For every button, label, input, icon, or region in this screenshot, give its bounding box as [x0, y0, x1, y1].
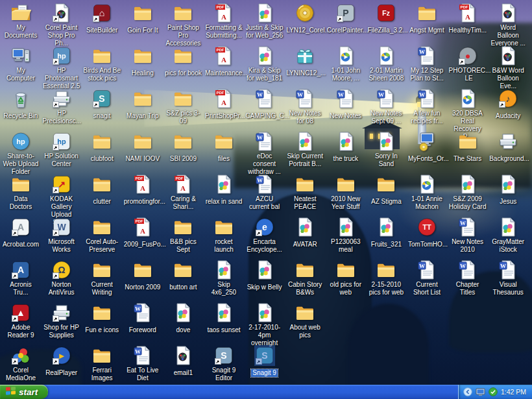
desktop-icon[interactable]: Ferrari Images: [82, 345, 122, 383]
desktop-icon[interactable]: PDFAHealthyTim...: [448, 3, 488, 35]
desktop-icon[interactable]: clubfoot: [82, 131, 122, 163]
desktop-icon[interactable]: Skip 4x6_250: [204, 260, 244, 297]
desktop-icon[interactable]: clutter: [82, 174, 122, 206]
desktop-icon[interactable]: S&Z pics 3-09: [163, 88, 203, 126]
desktop-icon[interactable]: WNew Notes: [326, 88, 366, 121]
desktop-icon[interactable]: GrayMatter iStock: [488, 217, 528, 254]
desktop-icon[interactable]: files: [204, 131, 244, 163]
desktop-icon[interactable]: Norton 2009: [123, 260, 163, 292]
desktop-icon[interactable]: WCurrent Short List: [407, 260, 447, 297]
desktop-icon[interactable]: 1-01 Annie Machon: [407, 174, 447, 212]
desktop-icon[interactable]: ●PHOTOREC... LE: [448, 45, 488, 83]
desktop-icon[interactable]: B&W Word Balloon Eve...: [488, 45, 528, 91]
desktop-icon[interactable]: email1: [163, 345, 203, 378]
desktop-icon[interactable]: Neatest PEACE: [285, 174, 325, 212]
desktop-icon[interactable]: Justin & Skip for Web_256: [245, 3, 285, 40]
desktop-icon[interactable]: SSnagit 9 Editor: [204, 345, 244, 383]
desktop-icon[interactable]: AAcrobat.com: [1, 217, 41, 249]
desktop-icon[interactable]: WForeword: [123, 302, 163, 335]
desktop-icon[interactable]: Background...: [488, 131, 528, 163]
desktop-icon[interactable]: Current Writing: [82, 260, 122, 297]
desktop-icon[interactable]: PDFAMaintenance...: [204, 45, 244, 78]
desktop-icon[interactable]: taos sunset: [204, 302, 244, 335]
desktop-icon[interactable]: AZ Stigma: [366, 174, 406, 206]
desktop-icon[interactable]: Fruits_321: [366, 217, 406, 249]
desktop-icon[interactable]: the truck: [326, 131, 366, 163]
desktop-icon[interactable]: NAMI IOOV: [123, 131, 163, 163]
desktop-icon[interactable]: relax in sand: [204, 174, 244, 206]
desktop-icon[interactable]: Skip Current Portrait B...: [285, 131, 325, 169]
desktop-icon[interactable]: button art: [163, 260, 203, 292]
desktop-icon[interactable]: rocket launch: [204, 217, 244, 254]
desktop-icon[interactable]: LYN12_Corel...: [285, 3, 325, 35]
security-shield-icon[interactable]: [489, 387, 498, 396]
desktop-icon[interactable]: Shop for HP Supplies: [42, 302, 82, 340]
desktop-icon[interactable]: WAZCU current bal: [245, 174, 285, 212]
desktop-icon[interactable]: WNew Notes 2010: [448, 217, 488, 254]
desktop-icon[interactable]: WMicrosoft Works: [42, 217, 82, 254]
desktop-surface[interactable]: My DocumentsCorel Paint Shop Pro Ph...⌂S…: [0, 0, 532, 385]
desktop-icon[interactable]: Healing: [123, 45, 163, 78]
desktop-icon[interactable]: Sorry In Sand: [366, 131, 406, 169]
desktop-icon[interactable]: 1-01 John Moore, ...: [326, 45, 366, 83]
desktop-icon[interactable]: Skip w Belly: [245, 260, 285, 292]
desktop-icon[interactable]: PDFAFormatting & Submitting...: [204, 3, 244, 40]
desktop-icon[interactable]: B&B pics Sept: [163, 217, 203, 254]
desktop-icon[interactable]: S&Z 2009 Holiday Card: [448, 174, 488, 212]
desktop-icon[interactable]: Birds And Be stock pics: [82, 45, 122, 83]
desktop-icon[interactable]: ♪Audacity: [488, 88, 528, 121]
desktop-icon[interactable]: Recycle Bin: [1, 88, 41, 121]
desktop-icon[interactable]: Data Doctors: [1, 174, 41, 212]
desktop-icon[interactable]: AAcronis Tru...: [1, 260, 41, 297]
display-icon[interactable]: [476, 388, 485, 396]
desktop-icon[interactable]: ΩNorton AntiVirus: [42, 260, 82, 297]
desktop-icon[interactable]: Paint Shop Pro Accessories: [163, 3, 203, 48]
desktop-icon[interactable]: WNew Notes for 08: [285, 88, 325, 126]
desktop-icon[interactable]: Corel MediaOne: [1, 345, 41, 383]
desktop-icon[interactable]: TTTomTomHO...: [407, 217, 447, 249]
desktop-icon[interactable]: eEncarta Encyclope...: [245, 217, 285, 254]
desktop-icon[interactable]: PDFAPrintShopPr...: [204, 88, 244, 121]
desktop-icon[interactable]: WeDoc consent withdraw ...: [245, 131, 285, 176]
desktop-icon[interactable]: ⌂SiteBuilder: [82, 3, 122, 35]
desktop-icon[interactable]: Angst Mgmt: [407, 3, 447, 35]
desktop-icon[interactable]: My Documents: [1, 3, 41, 40]
desktop-icon[interactable]: LYNINC12_...: [285, 45, 325, 78]
desktop-icon[interactable]: Fun e icons: [82, 302, 122, 335]
desktop-icon[interactable]: WNew Notes Sept 09 ...: [366, 88, 406, 126]
start-button[interactable]: start: [0, 385, 48, 399]
desktop-icon[interactable]: SBI 2009: [163, 131, 203, 163]
desktop-icon[interactable]: My Computer: [1, 45, 41, 83]
desktop-icon[interactable]: pics for book: [163, 45, 203, 78]
desktop-icon[interactable]: FzFileZilla_3.2...: [366, 3, 406, 35]
desktop-icon[interactable]: PDFApromotingfor...: [123, 174, 163, 206]
desktop-icon[interactable]: old pics for web: [326, 260, 366, 297]
desktop-icon[interactable]: ▲Adobe Reader 9: [1, 302, 41, 340]
collapse-chevron-icon[interactable]: [463, 387, 472, 396]
desktop-icon[interactable]: PDFACaring & Shari...: [163, 174, 203, 212]
desktop-icon[interactable]: WChapter Titles: [448, 260, 488, 297]
desktop-icon[interactable]: SSnagit 9: [245, 345, 285, 378]
desktop-icon[interactable]: PCorelPainter...: [326, 3, 366, 35]
desktop-icon[interactable]: Goin For It: [123, 3, 163, 35]
desktop-icon[interactable]: 2-15-2010 pics for web: [366, 260, 406, 297]
desktop-icon[interactable]: WVisual Thesaurus: [488, 260, 528, 297]
desktop-icon[interactable]: Kira & Skip for web_181: [245, 45, 285, 83]
desktop-icon[interactable]: WCAMPING_C...: [245, 88, 285, 121]
desktop-icon[interactable]: WA few fun recipes fr...: [407, 88, 447, 126]
desktop-icon[interactable]: 2010 New Year Stuff: [326, 174, 366, 212]
desktop-icon[interactable]: hpHP Solution Center: [42, 131, 82, 169]
desktop-icon[interactable]: hpShare-to-Web Upload Folder: [1, 131, 41, 176]
desktop-icon[interactable]: Jesus: [488, 174, 528, 206]
desktop-icon[interactable]: dove: [163, 302, 203, 335]
desktop-icon[interactable]: The Stars: [448, 131, 488, 163]
desktop-icon[interactable]: About web pics: [285, 302, 325, 340]
taskbar-clock[interactable]: 1:42 PM: [501, 388, 526, 396]
desktop-icon[interactable]: WMy 12 Step Plan to St...: [407, 45, 447, 83]
desktop-icon[interactable]: Corel Auto-Preserve: [82, 217, 122, 254]
desktop-icon[interactable]: Word Balloon Everyone ...: [488, 3, 528, 48]
desktop-icon[interactable]: Corel Paint Shop Pro Ph...: [42, 3, 82, 48]
desktop-icon[interactable]: hpHP Photosmart Essential 2.5: [42, 45, 82, 91]
desktop-icon[interactable]: PDFA2009_FusPo...: [123, 217, 163, 249]
desktop-icon[interactable]: 2-01 Martin Sheen 2008: [366, 45, 406, 83]
